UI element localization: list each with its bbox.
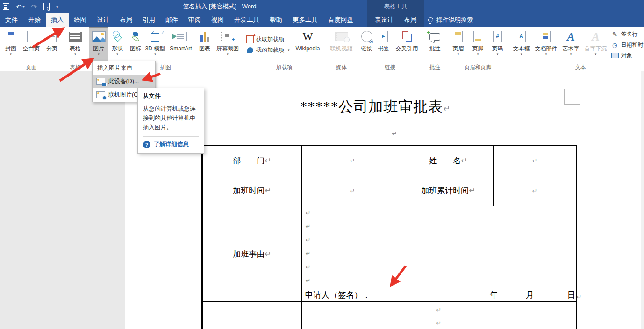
footer-button[interactable]: 页脚▾ xyxy=(468,28,488,61)
tooltip-body: 从您的计算机或您连接到的其他计算机中插入图片。 xyxy=(143,104,199,132)
group-label-media: 媒体 xyxy=(326,63,357,71)
link-button[interactable]: 链接 xyxy=(359,28,375,61)
tab-view[interactable]: 视图 xyxy=(206,13,229,27)
undo-button[interactable]: ↶▾ xyxy=(16,3,25,10)
cell-department-label[interactable]: 部 门↵ xyxy=(202,146,302,175)
cell-reason-value[interactable]: ↵↵↵↵↵↵ 申请人（签名）： 年 月 日 ↵ xyxy=(301,206,576,302)
customize-caret-icon: ▾ xyxy=(56,4,58,9)
cross-reference-icon xyxy=(401,28,413,44)
wordart-button[interactable]: A艺术字▾ xyxy=(560,28,582,61)
cell-bottom-label[interactable] xyxy=(202,302,302,329)
tab-mailings[interactable]: 邮件 xyxy=(160,13,183,27)
header-button[interactable]: 页眉▾ xyxy=(449,28,468,61)
my-add-ins-button[interactable]: 我的加载项▾ xyxy=(246,46,290,54)
tab-table-layout[interactable]: 布局 xyxy=(399,13,422,27)
3d-models-button[interactable]: 3D 模型▾ xyxy=(144,28,166,61)
icons-button[interactable]: 图标 xyxy=(127,28,144,61)
month-label: 月 xyxy=(526,289,534,301)
tab-draw[interactable]: 绘图 xyxy=(69,13,92,27)
chevron-down-icon: ▾ xyxy=(10,52,12,56)
text-box-button[interactable]: A文本框▾ xyxy=(510,28,533,61)
table-icon xyxy=(69,28,82,44)
tab-more-tools[interactable]: 更多工具 xyxy=(287,13,323,27)
tab-layout[interactable]: 布局 xyxy=(114,13,137,27)
page-number-button[interactable]: #页码▾ xyxy=(488,28,508,61)
tab-references[interactable]: 引用 xyxy=(137,13,160,27)
wordart-label: 艺术字 xyxy=(563,45,580,52)
text-stack: ✎签名行◷日期和时间对象 xyxy=(609,28,644,62)
tab-help[interactable]: 帮助 xyxy=(265,13,287,27)
chart-label: 图表 xyxy=(199,45,210,52)
window-title: 签名插入 [兼容模式] - Word xyxy=(122,0,318,13)
vertical-scrollbar[interactable] xyxy=(641,71,644,329)
comment-button[interactable]: 批注 xyxy=(424,28,446,61)
wikipedia-button[interactable]: WWikipedia xyxy=(292,28,324,61)
menu-item-label: 此设备(D)... xyxy=(108,77,139,85)
cover-page-label: 封面 xyxy=(5,45,16,52)
online-video-button: 联机视频 xyxy=(327,28,356,61)
cell-bottom-value[interactable]: ↵↵ xyxy=(301,302,576,329)
tell-me-label: 操作说明搜索 xyxy=(436,16,473,24)
object-button[interactable]: 对象 xyxy=(611,52,644,60)
page-break-button[interactable]: 分页 xyxy=(43,28,61,61)
contextual-tabs: 表设计布局 xyxy=(367,13,424,27)
pilcrow-mark: ↵ xyxy=(302,274,576,287)
blank-page-button[interactable]: 空白页 xyxy=(20,28,43,61)
redo-button: ↷ xyxy=(31,3,37,10)
pictures-icon xyxy=(92,28,106,44)
pilcrow-mark: ↵ xyxy=(302,304,576,317)
from-file-tooltip: 从文件 从您的计算机或您连接到的其他计算机中插入图片。 ? 了解详细信息 xyxy=(137,88,204,154)
tab-file[interactable]: 文件 xyxy=(0,13,23,27)
tab-table-design[interactable]: 表设计 xyxy=(370,13,399,27)
get-add-ins-button[interactable]: 获取加载项 xyxy=(246,35,290,43)
footer-label: 页脚 xyxy=(472,45,484,52)
pilcrow-mark: ↵ xyxy=(443,104,451,113)
tell-me-more-link[interactable]: 了解详细信息 xyxy=(154,140,189,148)
shapes-button[interactable]: 形状▾ xyxy=(108,28,127,61)
document-title[interactable]: *****公司加班审批表↵ xyxy=(265,97,485,117)
tab-baidu-netdisk[interactable]: 百度网盘 xyxy=(323,13,358,27)
cell-overtime-time-value[interactable]: ↵ xyxy=(301,175,403,206)
tell-me-search[interactable]: 操作说明搜索 xyxy=(428,13,473,27)
save-button[interactable] xyxy=(3,3,9,10)
cell-department-value[interactable]: ↵ xyxy=(301,146,403,175)
menu-item-this-device[interactable]: 此设备(D)... xyxy=(93,75,155,88)
device-picture-icon xyxy=(96,78,105,85)
signature-line-button[interactable]: ✎签名行 xyxy=(611,30,644,38)
date-time-button[interactable]: ◷日期和时间 xyxy=(611,41,644,49)
pilcrow-mark: ↵ xyxy=(302,233,576,247)
link-icon xyxy=(361,28,372,44)
tab-home[interactable]: 开始 xyxy=(23,13,46,27)
print-preview-icon xyxy=(43,3,50,10)
pictures-button[interactable]: 图片▾ xyxy=(89,28,108,61)
tab-design[interactable]: 设计 xyxy=(92,13,114,27)
group-label-add-ins: 加载项 xyxy=(243,63,325,71)
screenshot-button[interactable]: 屏幕截图▾ xyxy=(214,28,242,61)
object-icon xyxy=(611,52,619,59)
cell-cumulative-time-label[interactable]: 加班累计时间↵ xyxy=(403,175,494,206)
cross-reference-button[interactable]: 交叉引用 xyxy=(393,28,422,61)
qat-customize-button[interactable]: ▾ xyxy=(56,4,58,9)
table-button[interactable]: 表格▾ xyxy=(64,28,86,61)
tab-review[interactable]: 审阅 xyxy=(183,13,206,27)
cover-page-icon xyxy=(7,28,15,44)
cell-cumulative-time-value[interactable]: ↵ xyxy=(494,175,577,206)
cell-reason-label[interactable]: 加班事由↵ xyxy=(202,206,302,302)
quick-access-toolbar: ↶▾ ↷ ▾ xyxy=(3,0,58,13)
cell-name-value[interactable]: ↵ xyxy=(494,146,577,175)
cover-page-button[interactable]: 封面▾ xyxy=(1,28,20,61)
quick-parts-button[interactable]: 文档部件▾ xyxy=(533,28,560,61)
smartart-button[interactable]: SmartArt xyxy=(166,28,196,61)
chevron-down-icon: ▾ xyxy=(521,52,522,56)
wikipedia-icon: W xyxy=(303,28,313,44)
tab-insert[interactable]: 插入 xyxy=(46,13,69,27)
print-preview-button[interactable] xyxy=(43,3,50,10)
word-window: ↶▾ ↷ ▾ 签名插入 [兼容模式] - Word 表格工具 文件开始插入绘图设… xyxy=(0,0,644,329)
bookmark-button[interactable]: ▸书签 xyxy=(375,28,393,61)
applicant-sign-line: 申请人（签名）： 年 月 日 ↵ xyxy=(302,287,576,301)
cell-overtime-time-label[interactable]: 加班时间↵ xyxy=(202,175,302,206)
cell-name-label[interactable]: 姓 名↵ xyxy=(403,146,494,175)
comment-label: 批注 xyxy=(429,45,441,52)
chart-button[interactable]: 图表 xyxy=(196,28,214,61)
tab-developer[interactable]: 开发工具 xyxy=(229,13,265,27)
